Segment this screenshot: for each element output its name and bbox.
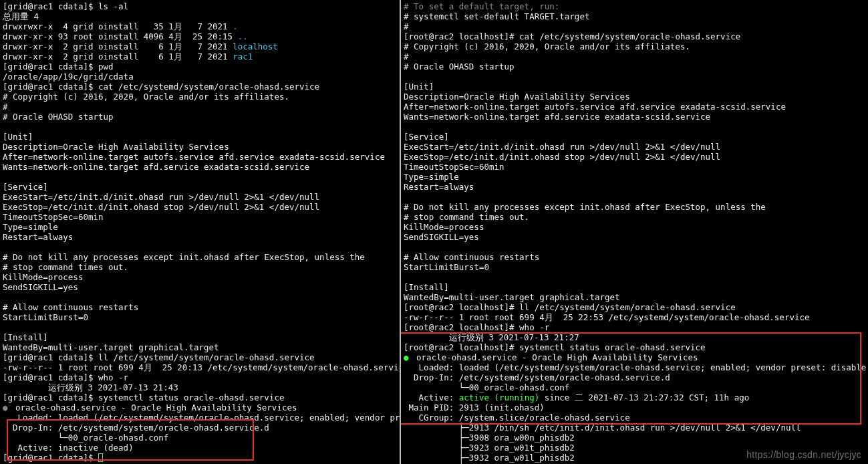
cgroup-line: ├─3908 ora_w00n_phisdb2 xyxy=(404,433,864,443)
output-line: -rw-r--r-- 1 root root 699 4月 25 22:53 /… xyxy=(404,312,864,322)
output-line: # Oracle OHASD startup xyxy=(404,62,864,72)
section-header: [Service] xyxy=(3,182,397,192)
output-line: Main PID: 2913 (init.ohasd) xyxy=(404,402,864,413)
section-header: [Unit] xyxy=(3,132,397,142)
prompt-line: [root@rac2 localhost]# cat /etc/systemd/… xyxy=(404,31,864,41)
terminal-right[interactable]: # To set a default target, run: # system… xyxy=(401,0,867,464)
output-line: 运行级别 3 2021-07-13 21:43 xyxy=(3,382,397,392)
terminal-left[interactable]: [grid@rac1 cdata]$ ls -al 总用量 4 drwxrwxr… xyxy=(0,0,401,464)
section-header: [Unit] xyxy=(404,82,864,92)
output-line: WantedBy=multi-user.target graphical.tar… xyxy=(404,292,864,302)
output-line: Type=simple xyxy=(404,172,864,182)
dir-dotdot: .. xyxy=(238,31,248,41)
output-line: ExecStop=/etc/init.d/init.ohasd stop >/d… xyxy=(404,152,864,162)
output-line: Loaded: loaded (/etc/systemd/system/orac… xyxy=(3,413,397,423)
output-line: Wants=network-online.target afd.service … xyxy=(3,162,397,172)
output-line: # To set a default target, run: xyxy=(404,1,864,11)
output-line: ExecStop=/etc/init.d/init.ohasd stop >/d… xyxy=(3,202,397,212)
service-name-line: oracle-ohasd.service - Oracle High Avail… xyxy=(404,352,864,362)
output-line: StartLimitBurst=0 xyxy=(3,312,397,322)
output-line: 总用量 4 xyxy=(3,11,397,21)
dir-dot: . xyxy=(233,21,238,31)
output-line: Restart=always xyxy=(404,182,864,192)
split-view: [grid@rac1 cdata]$ ls -al 总用量 4 drwxrwxr… xyxy=(0,0,868,464)
prompt-line: [root@rac2 localhost]# ll /etc/systemd/s… xyxy=(404,302,864,312)
output-line: ExecStart=/etc/init.d/init.ohasd run >/d… xyxy=(3,192,397,202)
output-line: # Oracle OHASD startup xyxy=(3,112,397,122)
output-line: # xyxy=(3,102,397,112)
output-line: # stop command times out. xyxy=(3,262,397,272)
output-line: KillMode=process xyxy=(3,272,397,282)
output-line: /oracle/app/19c/grid/cdata xyxy=(3,72,397,82)
cursor-icon xyxy=(98,453,103,462)
output-line: # Copyright (c) 2016, 2020, Oracle and/o… xyxy=(404,41,864,51)
output-line: SendSIGKILL=yes xyxy=(3,282,397,292)
output-line: # xyxy=(404,21,864,31)
output-line: # Do not kill any processes except init.… xyxy=(3,252,397,262)
prompt-line: [grid@rac1 cdata]$ ll /etc/systemd/syste… xyxy=(3,352,397,362)
prompt-line: [root@rac2 localhost]# who -r xyxy=(404,322,864,332)
output-line: # xyxy=(404,51,864,62)
output-line: CGroup: /system.slice/oracle-ohasd.servi… xyxy=(404,413,864,423)
output-line: 运行级别 3 2021-07-13 21:27 xyxy=(404,332,864,342)
active-running-label: active (running) xyxy=(459,392,539,402)
prompt-line: [grid@rac1 cdata]$ pwd xyxy=(3,62,397,72)
section-header: [Service] xyxy=(404,132,864,142)
output-line: StartLimitBurst=0 xyxy=(404,262,864,272)
prompt-line: [grid@rac1 cdata]$ ls -al xyxy=(3,1,397,11)
output-line: TimeoutStopSec=60min xyxy=(3,212,397,222)
output-line: Loaded: loaded (/etc/systemd/system/orac… xyxy=(404,362,864,372)
output-line: Drop-In: /etc/systemd/system/oracle-ohas… xyxy=(3,423,397,433)
status-line-active: Active: active (running) since 二 2021-07… xyxy=(404,392,864,402)
output-line: Type=simple xyxy=(3,222,397,232)
output-line: # Allow continuous restarts xyxy=(404,252,864,262)
cgroup-line: ├─2913 /bin/sh /etc/init.d/init.ohasd ru… xyxy=(404,423,864,433)
output-line: └─00_oracle-ohasd.conf xyxy=(404,382,864,392)
output-line: TimeoutStopSec=60min xyxy=(404,162,864,172)
ls-row: drwxr-xr-x 93 root oinstall 4096 4月 25 2… xyxy=(3,31,397,41)
output-line: # Copyright (c) 2016, 2020, Oracle and/o… xyxy=(3,92,397,102)
prompt-line: [grid@rac1 cdata]$ systemctl status orac… xyxy=(3,392,397,402)
dir-localhost: localhost xyxy=(233,41,278,51)
output-line: Drop-In: /etc/systemd/system/oracle-ohas… xyxy=(404,372,864,382)
output-line: WantedBy=multi-user.target graphical.tar… xyxy=(3,342,397,352)
output-line: KillMode=process xyxy=(404,222,864,232)
dir-rac1: rac1 xyxy=(233,51,253,62)
output-line: After=network-online.target autofs.servi… xyxy=(404,102,864,112)
ls-row: drwxrwxr-x 4 grid oinstall 35 1月 7 2021 … xyxy=(3,21,397,31)
section-header: [Install] xyxy=(404,282,864,292)
service-name-line: oracle-ohasd.service - Oracle High Avail… xyxy=(3,402,397,413)
output-line: Restart=always xyxy=(3,232,397,242)
output-line: # stop command times out. xyxy=(404,212,864,222)
watermark: https://blog.csdn.net/jycjyc xyxy=(746,450,861,460)
prompt-line: [root@rac2 localhost]# systemctl status … xyxy=(404,342,864,352)
ls-row: drwxr-xr-x 2 grid oinstall 6 1月 7 2021 l… xyxy=(3,41,397,51)
output-line: # systemctl set-default TARGET.target xyxy=(404,11,864,21)
prompt-line: [grid@rac1 cdata]$ cat /etc/systemd/syst… xyxy=(3,82,397,92)
section-header: [Install] xyxy=(3,332,397,342)
output-line: Description=Oracle High Availability Ser… xyxy=(404,92,864,102)
output-line: Wants=network-online.target afd.service … xyxy=(404,112,864,122)
output-line: -rw-r--r-- 1 root root 699 4月 25 20:13 /… xyxy=(3,362,397,372)
status-line-inactive: Active: inactive (dead) xyxy=(3,443,397,453)
ls-row: drwxr-xr-x 2 grid oinstall 6 1月 7 2021 r… xyxy=(3,51,397,62)
output-line: └─00_oracle-ohasd.conf xyxy=(3,433,397,443)
prompt-line: [grid@rac1 cdata]$ xyxy=(3,453,397,463)
output-line: # Do not kill any processes except init.… xyxy=(404,202,864,212)
prompt-line: [grid@rac1 cdata]$ who -r xyxy=(3,372,397,382)
output-line: ExecStart=/etc/init.d/init.ohasd run >/d… xyxy=(404,142,864,152)
output-line: SendSIGKILL=yes xyxy=(404,232,864,242)
output-line: # Allow continuous restarts xyxy=(3,302,397,312)
output-line: Description=Oracle High Availability Ser… xyxy=(3,142,397,152)
output-line: After=network-online.target autofs.servi… xyxy=(3,152,397,162)
